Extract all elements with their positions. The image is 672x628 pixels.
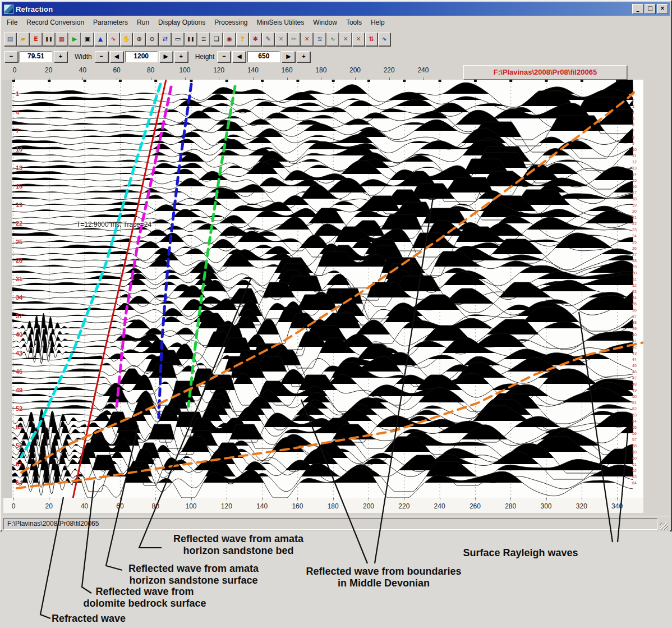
menu-item-miniseis-utilites[interactable]: MiniSeis Utilites (252, 17, 309, 28)
seismogram-canvas[interactable] (12, 80, 643, 498)
crossplot-button[interactable]: ✕ (275, 33, 287, 46)
menu-item-processing[interactable]: Processing (210, 17, 252, 28)
bottom-axis-tick-mark (369, 498, 370, 501)
run-acquisition-button[interactable]: ▶ (68, 33, 81, 46)
zoom-out-button[interactable]: ⊖ (146, 33, 158, 46)
top-axis-tick-label: 220 (384, 66, 395, 74)
file-path-label[interactable]: F:\Plavinas\2008\Pr08\fil20065 (463, 65, 627, 80)
zoom-in-button[interactable]: ⊕ (133, 33, 145, 46)
screenshot-root: { "window": { "title": "Refraction", "co… (0, 0, 672, 628)
maximize-button[interactable]: □ (645, 4, 656, 14)
top-axis-tick-label: 120 (213, 66, 224, 74)
bottom-axis-tick-mark (582, 498, 583, 501)
bottom-axis-tick-mark (510, 498, 512, 501)
width-increase-button[interactable]: + (174, 51, 188, 62)
menu-item-run[interactable]: Run (132, 17, 154, 28)
open-file-button[interactable]: ▰ (17, 33, 29, 46)
crossing-curves-button[interactable]: ✕ (339, 33, 352, 46)
gain-value-field[interactable]: 79.51 (20, 51, 52, 62)
top-axis-tick-label: 100 (179, 66, 190, 74)
bottom-axis-tick-mark (227, 498, 228, 501)
window-title: Refraction (16, 5, 53, 13)
minimize-button[interactable]: _ (632, 4, 643, 14)
network-source-button[interactable]: ◉ (223, 33, 236, 46)
top-axis-tick-label: 200 (349, 66, 361, 74)
equalize-traces-button[interactable]: ≡ (197, 33, 210, 46)
annotation-zone: Reflected wave from amatahorizon sandsto… (0, 531, 672, 628)
delete-picks-button[interactable]: ✕ (301, 33, 313, 46)
layer-model-button[interactable]: ✕ (352, 33, 365, 46)
edit-header-button[interactable]: E (30, 33, 42, 46)
help-button[interactable]: ? (236, 33, 248, 46)
bottom-axis-tick-mark (297, 498, 298, 501)
gain-increase-button[interactable]: + (54, 51, 67, 62)
height-forward-button[interactable]: ▶ (282, 51, 295, 62)
swap-polarity-button[interactable]: ⇄ (159, 33, 171, 46)
bottom-axis-tick-mark (191, 498, 192, 501)
save-convert-button[interactable]: ▦ (56, 33, 68, 46)
label-middle-devonian-line: in Middle Devonian (306, 577, 461, 589)
parameter-bar: − 79.51 + Width − ◀ 1200 ▶ + Height − ◀ … (2, 49, 670, 64)
width-back-button[interactable]: ◀ (110, 51, 123, 62)
traveltime-curve-button[interactable]: ∿ (326, 33, 339, 46)
pan-hand-button[interactable]: ✋ (120, 33, 132, 46)
status-text: F:\Plavinas\2008\Pr08\fil20065 (3, 518, 657, 530)
menu-item-display-options[interactable]: Display Options (154, 17, 210, 28)
pause-display-button[interactable]: ❚❚ (43, 33, 55, 46)
label-refracted-line: Refracted wave (52, 613, 126, 625)
bottom-axis-tick-label: 120 (221, 502, 232, 510)
height-increase-button[interactable]: + (297, 51, 310, 62)
top-axis-tick-label: 240 (417, 66, 429, 74)
width-forward-button[interactable]: ▶ (159, 51, 173, 62)
app-icon (4, 4, 13, 14)
bottom-axis-tick-label: 40 (81, 502, 88, 510)
resize-grip[interactable] (660, 522, 668, 530)
stop-record-button[interactable]: ▣ (81, 33, 94, 46)
edit-picks-button[interactable]: ✏ (288, 33, 300, 46)
menu-item-help[interactable]: Help (366, 17, 389, 28)
bottom-axis-tick-label: 60 (116, 502, 123, 510)
menu-item-tools[interactable]: Tools (342, 17, 366, 28)
single-window-button[interactable]: ▭ (172, 33, 184, 46)
new-record-button[interactable]: ▤ (4, 33, 16, 46)
width-decrease-button[interactable]: − (95, 51, 108, 62)
bottom-axis-tick-label: 220 (398, 502, 409, 510)
top-axis-tick-label: 0 (13, 66, 17, 74)
wiggle-trace-button[interactable]: ∿ (107, 33, 119, 46)
bottom-axis-tick-label: 180 (328, 502, 339, 510)
depth-markers-button[interactable]: ⇅ (365, 33, 378, 46)
bottom-axis-tick-label: 100 (185, 502, 196, 510)
menu-item-file[interactable]: File (2, 17, 22, 28)
menu-item-window[interactable]: Window (309, 17, 342, 28)
bottom-axis-tick-mark (617, 498, 618, 501)
cascade-windows-button[interactable]: ❏ (210, 33, 223, 46)
bottom-axis-tick-mark (120, 498, 121, 501)
geometry-setup-button[interactable]: ✱ (249, 33, 261, 46)
dual-trace-button[interactable]: ❚❚ (185, 33, 197, 46)
label-amata-bed-line: horizon sandstone bed (173, 545, 303, 557)
top-axis-tick-label: 20 (45, 66, 52, 74)
smooth-curve-button[interactable]: ∿ (378, 33, 390, 46)
gain-decrease-button[interactable]: − (4, 51, 18, 62)
height-decrease-button[interactable]: − (217, 51, 231, 62)
bottom-axis-tick-label: 240 (434, 502, 445, 510)
width-label: Width (75, 53, 92, 61)
bottom-axis-tick-label: 160 (292, 502, 303, 510)
velocity-curves-button[interactable]: ≋ (314, 33, 326, 46)
bottom-axis-tick-label: 280 (505, 502, 516, 510)
height-back-button[interactable]: ◀ (232, 51, 246, 62)
label-amata-bed: Reflected wave from amatahorizon sandsto… (173, 533, 303, 557)
cursor-readout: T=12.9000 ms, Trace=24 (76, 221, 151, 228)
width-value-field[interactable]: 1200 (125, 51, 158, 62)
title-bar[interactable]: Refraction _ □ × (2, 2, 670, 16)
bottom-axis-tick-mark (13, 498, 15, 501)
app-window: Refraction _ □ × FileRecord ConversionPa… (0, 0, 672, 531)
close-button[interactable]: × (657, 4, 668, 14)
menu-item-parameters[interactable]: Parameters (89, 17, 132, 28)
amplitude-plot-button[interactable]: ▲ (94, 33, 107, 46)
menu-item-record-conversion[interactable]: Record Conversion (22, 17, 89, 28)
survey-report-button[interactable]: ✎ (262, 33, 274, 46)
top-axis-tick-label: 160 (282, 66, 293, 74)
bottom-axis-tick-label: 80 (152, 502, 159, 510)
height-value-field[interactable]: 650 (247, 51, 280, 62)
